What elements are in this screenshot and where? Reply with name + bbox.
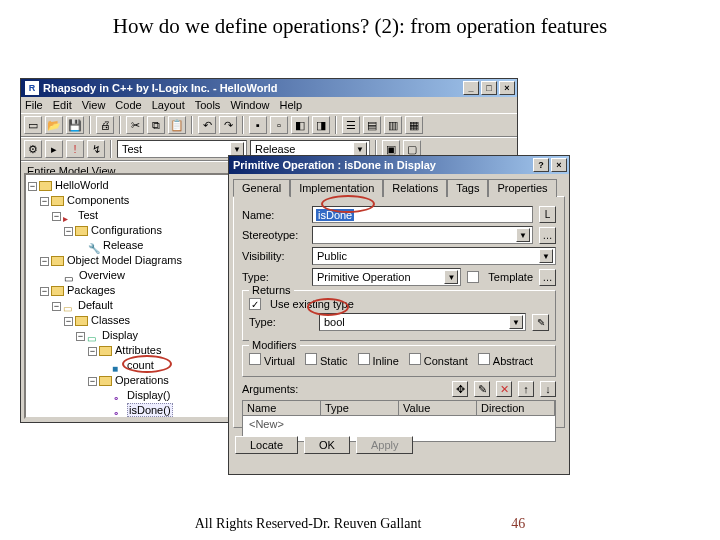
type-label: Type: bbox=[242, 271, 306, 283]
tool-g-icon[interactable]: ▥ bbox=[384, 116, 402, 134]
dialog-tabs: General Implementation Relations Tags Pr… bbox=[229, 174, 569, 196]
arg-down-button[interactable]: ↓ bbox=[540, 381, 556, 397]
return-type-label: Type: bbox=[249, 316, 313, 328]
tool-c-icon[interactable]: ◧ bbox=[291, 116, 309, 134]
stereotype-label: Stereotype: bbox=[242, 229, 306, 241]
tool-b-icon[interactable]: ▫ bbox=[270, 116, 288, 134]
minimize-button[interactable]: _ bbox=[463, 81, 479, 95]
main-titlebar: R Rhapsody in C++ by I-Logix Inc. - Hell… bbox=[21, 79, 517, 97]
tab-panel: Name: isDone L Stereotype: ▼ … Visibilit… bbox=[233, 196, 565, 428]
open-icon[interactable]: 📂 bbox=[45, 116, 63, 134]
maximize-button[interactable]: □ bbox=[481, 81, 497, 95]
run-icon[interactable]: ! bbox=[66, 140, 84, 158]
chevron-down-icon[interactable]: ▼ bbox=[353, 142, 367, 156]
menu-file[interactable]: File bbox=[25, 99, 43, 111]
tab-general[interactable]: General bbox=[233, 179, 290, 197]
static-label: Static bbox=[320, 355, 348, 367]
properties-dialog: Primitive Operation : isDone in Display … bbox=[228, 155, 570, 475]
template-button[interactable]: … bbox=[539, 269, 556, 286]
dialog-title-text: Primitive Operation : isDone in Display bbox=[233, 159, 436, 171]
dialog-buttons: Locate OK Apply bbox=[229, 432, 569, 458]
close-button[interactable]: × bbox=[499, 81, 515, 95]
menu-edit[interactable]: Edit bbox=[53, 99, 72, 111]
visibility-combo[interactable]: Public▼ bbox=[312, 247, 556, 265]
copy-icon[interactable]: ⧉ bbox=[147, 116, 165, 134]
ok-button[interactable]: OK bbox=[304, 436, 350, 454]
menu-window[interactable]: Window bbox=[230, 99, 269, 111]
col-type[interactable]: Type bbox=[321, 401, 399, 415]
tab-tags[interactable]: Tags bbox=[447, 179, 488, 197]
virtual-label: Virtual bbox=[264, 355, 295, 367]
dialog-close-button[interactable]: × bbox=[551, 158, 567, 172]
cut-icon[interactable]: ✂ bbox=[126, 116, 144, 134]
tab-properties[interactable]: Properties bbox=[488, 179, 556, 197]
tool-a-icon[interactable]: ▪ bbox=[249, 116, 267, 134]
args-new-row[interactable]: <New> bbox=[243, 416, 555, 432]
menubar: File Edit View Code Layout Tools Window … bbox=[21, 97, 517, 113]
undo-icon[interactable]: ↶ bbox=[198, 116, 216, 134]
col-name[interactable]: Name bbox=[243, 401, 321, 415]
footer-text: All Rights Reserved-Dr. Reuven Gallant bbox=[195, 516, 422, 532]
name-label: Name: bbox=[242, 209, 306, 221]
arg-delete-button[interactable]: ✕ bbox=[496, 381, 512, 397]
chevron-down-icon[interactable]: ▼ bbox=[539, 249, 553, 263]
new-icon[interactable]: ▭ bbox=[24, 116, 42, 134]
tab-relations[interactable]: Relations bbox=[383, 179, 447, 197]
constant-checkbox[interactable] bbox=[409, 353, 421, 365]
stereotype-browse-button[interactable]: … bbox=[539, 227, 556, 244]
slide-footer: All Rights Reserved-Dr. Reuven Gallant 4… bbox=[0, 516, 720, 532]
tool-f-icon[interactable]: ▤ bbox=[363, 116, 381, 134]
use-existing-label: Use existing type bbox=[270, 298, 354, 310]
print-icon[interactable]: 🖨 bbox=[96, 116, 114, 134]
type-combo[interactable]: Primitive Operation▼ bbox=[312, 268, 461, 286]
name-label-button[interactable]: L bbox=[539, 206, 556, 223]
dialog-titlebar: Primitive Operation : isDone in Display … bbox=[229, 156, 569, 174]
build-icon[interactable]: ▸ bbox=[45, 140, 63, 158]
app-icon: R bbox=[25, 81, 39, 95]
col-direction[interactable]: Direction bbox=[477, 401, 555, 415]
static-checkbox[interactable] bbox=[305, 353, 317, 365]
abstract-label: Abstract bbox=[493, 355, 533, 367]
tab-implementation[interactable]: Implementation bbox=[290, 179, 383, 197]
chevron-down-icon[interactable]: ▼ bbox=[516, 228, 530, 242]
main-title-text: Rhapsody in C++ by I-Logix Inc. - HelloW… bbox=[43, 82, 278, 94]
inline-checkbox[interactable] bbox=[358, 353, 370, 365]
modifiers-group: Virtual Static Inline Constant Abstract bbox=[242, 345, 556, 377]
toolbar-1: ▭ 📂 💾 🖨 ✂ ⧉ 📋 ↶ ↷ ▪ ▫ ◧ ◨ ☰ ▤ ▥ ▦ bbox=[21, 113, 517, 137]
menu-view[interactable]: View bbox=[82, 99, 106, 111]
help-button[interactable]: ? bbox=[533, 158, 549, 172]
stereotype-combo[interactable]: ▼ bbox=[312, 226, 533, 244]
menu-help[interactable]: Help bbox=[280, 99, 303, 111]
use-existing-checkbox[interactable]: ✓ bbox=[249, 298, 261, 310]
return-type-edit-button[interactable]: ✎ bbox=[532, 314, 549, 331]
gen-icon[interactable]: ⚙ bbox=[24, 140, 42, 158]
chevron-down-icon[interactable]: ▼ bbox=[509, 315, 523, 329]
config-value: Test bbox=[122, 143, 142, 155]
stop-icon[interactable]: ↯ bbox=[87, 140, 105, 158]
slide-title: How do we define operations? (2): from o… bbox=[0, 0, 720, 47]
redo-icon[interactable]: ↷ bbox=[219, 116, 237, 134]
apply-button[interactable]: Apply bbox=[356, 436, 414, 454]
tool-d-icon[interactable]: ◨ bbox=[312, 116, 330, 134]
arg-up-button[interactable]: ↑ bbox=[518, 381, 534, 397]
virtual-checkbox[interactable] bbox=[249, 353, 261, 365]
save-icon[interactable]: 💾 bbox=[66, 116, 84, 134]
arg-add-button[interactable]: ✥ bbox=[452, 381, 468, 397]
abstract-checkbox[interactable] bbox=[478, 353, 490, 365]
return-type-combo[interactable]: bool▼ bbox=[319, 313, 526, 331]
name-field[interactable]: isDone bbox=[312, 206, 533, 223]
col-value[interactable]: Value bbox=[399, 401, 477, 415]
arguments-label: Arguments: bbox=[242, 383, 298, 395]
template-checkbox[interactable] bbox=[467, 271, 479, 283]
tool-e-icon[interactable]: ☰ bbox=[342, 116, 360, 134]
paste-icon[interactable]: 📋 bbox=[168, 116, 186, 134]
menu-tools[interactable]: Tools bbox=[195, 99, 221, 111]
tool-h-icon[interactable]: ▦ bbox=[405, 116, 423, 134]
arg-edit-button[interactable]: ✎ bbox=[474, 381, 490, 397]
menu-layout[interactable]: Layout bbox=[152, 99, 185, 111]
chevron-down-icon[interactable]: ▼ bbox=[230, 142, 244, 156]
menu-code[interactable]: Code bbox=[115, 99, 141, 111]
locate-button[interactable]: Locate bbox=[235, 436, 298, 454]
chevron-down-icon[interactable]: ▼ bbox=[444, 270, 458, 284]
visibility-label: Visibility: bbox=[242, 250, 306, 262]
